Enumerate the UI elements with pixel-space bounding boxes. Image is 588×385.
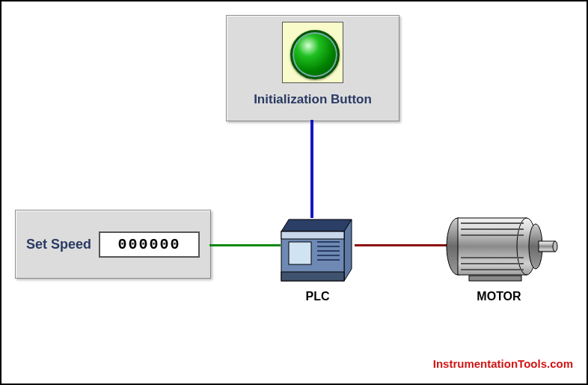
motor-label: MOTOR	[443, 290, 555, 303]
plc-label: PLC	[278, 290, 357, 303]
wire-init-to-plc	[310, 120, 313, 218]
svg-rect-23	[469, 276, 521, 281]
svg-point-22	[553, 241, 557, 252]
plc-device	[278, 215, 357, 282]
initialization-button[interactable]	[290, 30, 340, 79]
plc-icon	[278, 215, 357, 286]
initialization-caption: Initialization Button	[227, 92, 399, 107]
motor-device	[443, 205, 563, 291]
button-frame	[282, 22, 343, 83]
svg-rect-3	[281, 231, 344, 239]
svg-rect-4	[289, 242, 311, 264]
svg-rect-12	[458, 218, 527, 275]
wire-plc-to-motor	[355, 244, 448, 246]
set-speed-value[interactable]: 000000	[99, 231, 200, 258]
initialization-panel: Initialization Button	[226, 15, 399, 121]
diagram-stage: Initialization Button Set Speed 000000	[0, 0, 588, 385]
motor-icon	[443, 205, 563, 288]
set-speed-panel: Set Speed 000000	[15, 210, 211, 279]
set-speed-label: Set Speed	[26, 237, 91, 252]
watermark-text: InstrumentationTools.com	[433, 357, 573, 370]
wire-speed-to-plc	[209, 244, 281, 246]
svg-rect-10	[281, 272, 344, 281]
svg-marker-0	[281, 219, 352, 231]
